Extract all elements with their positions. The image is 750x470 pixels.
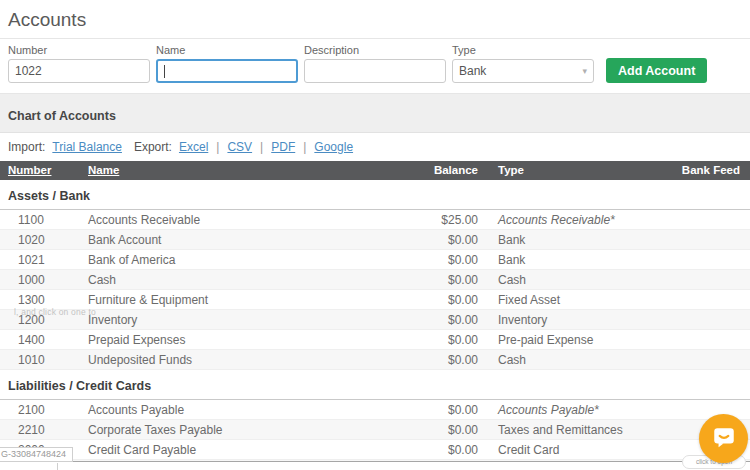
description-field: Description <box>304 44 446 83</box>
table-row[interactable]: 1300 Furniture & Equipment $0.00 Fixed A… <box>0 290 750 310</box>
table-bottom-edge <box>0 461 750 470</box>
cell-balance: $0.00 <box>390 330 486 349</box>
cell-number: 1400 <box>0 330 80 349</box>
cell-bank-feed <box>680 290 750 309</box>
chat-widget-button[interactable] <box>699 414 748 463</box>
import-label: Import: <box>8 140 45 154</box>
sort-number-link[interactable]: Number <box>8 164 51 176</box>
cell-balance: $0.00 <box>390 310 486 329</box>
cell-balance: $0.00 <box>390 290 486 309</box>
type-label: Type <box>452 44 594 56</box>
cell-number: 1000 <box>0 270 80 289</box>
number-input[interactable] <box>8 59 150 83</box>
cell-type: Accounts Receivable* <box>486 210 680 229</box>
name-field: Name <box>156 44 298 83</box>
cell-type: Fixed Asset <box>486 290 680 309</box>
description-label: Description <box>304 44 446 56</box>
artifact-line <box>57 463 58 470</box>
cell-type: Cash <box>486 270 680 289</box>
table-row[interactable]: 2100 Accounts Payable $0.00 Accounts Pay… <box>0 400 750 420</box>
table-row[interactable]: 2210 Corporate Taxes Payable $0.00 Taxes… <box>0 420 750 440</box>
table-row[interactable]: 2000 Credit Card Payable $0.00 Credit Ca… <box>0 440 750 460</box>
cell-balance: $0.00 <box>390 230 486 249</box>
cell-bank-feed <box>680 330 750 349</box>
cell-balance: $0.00 <box>390 400 486 419</box>
cell-type: Accounts Payable* <box>486 400 680 419</box>
type-select-value: Bank <box>459 64 486 78</box>
table-row[interactable]: 1100 Accounts Receivable $25.00 Accounts… <box>0 210 750 230</box>
section-rows: 2100 Accounts Payable $0.00 Accounts Pay… <box>0 400 750 470</box>
cell-balance: $0.00 <box>390 420 486 439</box>
type-column-header: Type <box>486 161 680 180</box>
cell-name: Bank Account <box>80 230 390 249</box>
cell-type: Taxes and Remittances <box>486 420 680 439</box>
cell-number: 2210 <box>0 420 80 439</box>
cell-bank-feed <box>680 250 750 269</box>
export-label: Export: <box>134 140 172 154</box>
cell-name: Accounts Payable <box>80 400 390 419</box>
account-section: Liabilities / Credit Cards 2100 Accounts… <box>0 370 750 470</box>
section-rows: 1100 Accounts Receivable $25.00 Accounts… <box>0 210 750 370</box>
cell-number: 1021 <box>0 250 80 269</box>
cell-number: 1100 <box>0 210 80 229</box>
trial-balance-link[interactable]: Trial Balance <box>52 140 122 154</box>
excel-link[interactable]: Excel <box>179 140 208 154</box>
chevron-down-icon: ▾ <box>582 66 587 76</box>
table-row[interactable]: 1010 Undeposited Funds $0.00 Cash <box>0 350 750 370</box>
table-row[interactable]: 1400 Prepaid Expenses $0.00 Pre-paid Exp… <box>0 330 750 350</box>
add-account-button[interactable]: Add Account <box>606 58 707 83</box>
cell-bank-feed <box>680 310 750 329</box>
sort-name-link[interactable]: Name <box>88 164 119 176</box>
cell-bank-feed <box>680 270 750 289</box>
cell-bank-feed <box>680 230 750 249</box>
name-label: Name <box>156 44 298 56</box>
number-label: Number <box>8 44 150 56</box>
import-links: Trial Balance <box>50 140 124 154</box>
table-row[interactable]: 1020 Bank Account $0.00 Bank <box>0 230 750 250</box>
page-title: Accounts <box>0 0 750 38</box>
export-links: Excel|CSV|PDF|Google <box>177 140 355 154</box>
table-row[interactable]: 1021 Bank of America $0.00 Bank <box>0 250 750 270</box>
cell-bank-feed <box>680 350 750 369</box>
cell-number: 1020 <box>0 230 80 249</box>
table-header: Number Name Balance Type Bank Feed <box>0 161 750 180</box>
cell-name: Prepaid Expenses <box>80 330 390 349</box>
cell-name: Inventory <box>80 310 390 329</box>
link-separator: | <box>303 140 306 154</box>
cell-balance: $0.00 <box>390 350 486 369</box>
account-section: Assets / Bank 1100 Accounts Receivable $… <box>0 180 750 370</box>
cell-name: Credit Card Payable <box>80 440 390 459</box>
cell-balance: $0.00 <box>390 270 486 289</box>
cell-number: 2100 <box>0 400 80 419</box>
cell-type: Pre-paid Expense <box>486 330 680 349</box>
table-row[interactable]: 1000 Cash $0.00 Cash <box>0 270 750 290</box>
csv-link[interactable]: CSV <box>227 140 252 154</box>
cell-type: Credit Card <box>486 440 680 459</box>
cell-type: Bank <box>486 250 680 269</box>
section-title: Assets / Bank <box>0 180 750 210</box>
description-input[interactable] <box>304 59 446 83</box>
type-select[interactable]: Bank ▾ <box>452 59 594 83</box>
name-input[interactable] <box>156 59 298 83</box>
type-field: Type Bank ▾ <box>452 44 594 83</box>
cell-bank-feed <box>680 210 750 229</box>
cell-name: Accounts Receivable <box>80 210 390 229</box>
cell-number: 1010 <box>0 350 80 369</box>
pdf-link[interactable]: PDF <box>271 140 295 154</box>
add-account-form: Number Name Description Type Bank ▾ Add … <box>0 38 750 94</box>
chat-bubble-icon <box>711 424 737 454</box>
cell-name: Bank of America <box>80 250 390 269</box>
link-separator: | <box>216 140 219 154</box>
number-field: Number <box>8 44 150 83</box>
cell-type: Inventory <box>486 310 680 329</box>
import-export-bar: Import: Trial Balance Export: Excel|CSV|… <box>0 133 750 161</box>
cell-name: Furniture & Equipment <box>80 290 390 309</box>
table-row[interactable]: 1200 Inventory $0.00 Inventory <box>0 310 750 330</box>
google-link[interactable]: Google <box>314 140 353 154</box>
cell-name: Cash <box>80 270 390 289</box>
cell-balance: $0.00 <box>390 440 486 459</box>
ghost-tooltip-text: l, and click on one to <box>14 307 96 317</box>
status-tooltip: G-33084748424 <box>0 447 73 462</box>
cell-balance: $25.00 <box>390 210 486 229</box>
cell-balance: $0.00 <box>390 250 486 269</box>
